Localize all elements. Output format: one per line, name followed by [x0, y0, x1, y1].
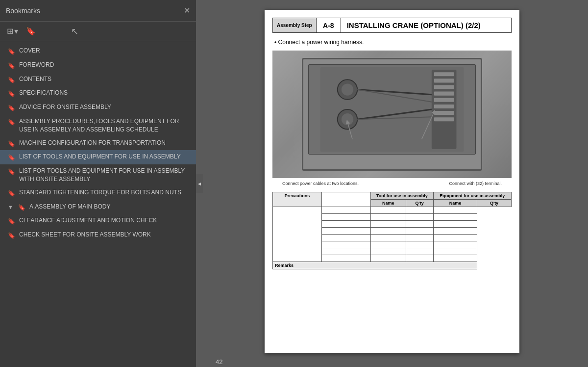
step-title: INSTALLING CRANE (OPTIONAL) (2/2) [341, 18, 487, 32]
bookmark-icon: 🔖 [8, 104, 15, 112]
bookmark-text: CONTENTS [19, 75, 51, 83]
annotation-left: Connect power cables at two locations. [282, 181, 359, 186]
expand-arrow-icon: ▼ [8, 204, 13, 211]
remarks-cell: Remarks [273, 262, 477, 269]
equip-name-col: Name [433, 200, 477, 207]
bookmarks-toolbar: ⊞ ▾ 🔖 ↖ [0, 22, 196, 41]
bookmark-icon: 🔖 [8, 62, 15, 70]
bookmark-icon: 🔖 [8, 48, 15, 56]
bookmark-text: CLEARANCE ADJUSTMENT AND MOTION CHECK [19, 216, 157, 225]
bookmark-item-foreword[interactable]: 🔖FOREWORD [0, 58, 196, 73]
bookmark-text: LIST FOR TOOLS AND EQUIPMENT FOR USE IN … [19, 167, 190, 184]
step-number: A-8 [317, 18, 341, 32]
equipment-header: Equipment for use in assembly [433, 192, 511, 200]
bookmark-text: LIST OF TOOLS AND EQUIPMENT FOR USE IN A… [19, 153, 181, 161]
svg-rect-3 [434, 79, 454, 82]
wiring-box [302, 58, 482, 171]
step-label: Assembly Step [273, 18, 317, 32]
bookmarks-title: Bookmarks [6, 7, 40, 15]
bookmark-text: ADVICE FOR ONSITE ASSEMBLY [19, 103, 111, 111]
bookmark-item-check-sheet[interactable]: 🔖CHECK SHEET FOR ONSITE ASSEMBLY WORK [0, 228, 196, 242]
bookmarks-panel: Bookmarks ✕ ⊞ ▾ 🔖 ↖ 🔖COVER🔖FOREWORD🔖CONT… [0, 0, 196, 367]
close-icon[interactable]: ✕ [184, 7, 190, 15]
annotation-right: Connect with (32) terminal. [449, 181, 502, 186]
bookmark-text: A.ASSEMBLY OF MAIN BODY [29, 203, 111, 211]
bookmark-text: MACHINE CONFIGURATION FOR TRANSPORTATION [19, 139, 166, 147]
bookmark-icon: 🔖 [8, 154, 15, 162]
wiring-detail [308, 64, 476, 155]
document-panel: Assembly Step A-8 INSTALLING CRANE (OPTI… [196, 0, 588, 367]
wiring-image [272, 51, 512, 178]
dropdown-arrow-icon: ▾ [14, 26, 18, 36]
bookmark-item-machine-config[interactable]: 🔖MACHINE CONFIGURATION FOR TRANSPORTATIO… [0, 136, 196, 151]
bookmark-item-assembly-proc[interactable]: 🔖ASSEMBLY PROCEDURES,TOOLS AND EQUIPMENT… [0, 115, 196, 136]
bookmark-item-specifications[interactable]: 🔖SPECIFICATIONS [0, 86, 196, 101]
bookmark-view-button[interactable]: 🔖 [24, 26, 38, 37]
svg-rect-2 [434, 72, 454, 76]
bookmark-text: FOREWORD [19, 61, 54, 69]
svg-point-13 [342, 113, 353, 125]
bookmark-item-clearance[interactable]: 🔖CLEARANCE ADJUSTMENT AND MOTION CHECK [0, 214, 196, 228]
svg-rect-9 [434, 117, 454, 121]
bookmark-item-standard-torque[interactable]: 🔖STANDARD TIGHTENING TORQUE FOR BOLTS AN… [0, 186, 196, 200]
expand-all-button[interactable]: ⊞ ▾ [5, 26, 20, 37]
instruction-text: Connect a power wiring harness. [272, 39, 512, 46]
page-container: Assembly Step A-8 INSTALLING CRANE (OPTI… [265, 10, 519, 353]
wiring-svg [309, 65, 475, 154]
bookmark-list: 🔖COVER🔖FOREWORD🔖CONTENTS🔖SPECIFICATIONS🔖… [0, 41, 196, 367]
bookmark-icon: 🔖 [8, 118, 15, 127]
svg-rect-8 [434, 111, 454, 115]
bookmark-item-list-tools[interactable]: 🔖LIST OF TOOLS AND EQUIPMENT FOR USE IN … [0, 150, 196, 164]
tool-header: Tool for use in assembly [371, 192, 434, 200]
svg-rect-5 [434, 92, 454, 96]
bookmark-item-list-tools-onsite[interactable]: 🔖LIST FOR TOOLS AND EQUIPMENT FOR USE IN… [0, 164, 196, 186]
expand-icon: ⊞ [7, 26, 13, 36]
bookmarks-header: Bookmarks ✕ [0, 0, 196, 22]
bookmark-view-icon: 🔖 [26, 26, 36, 36]
svg-rect-7 [434, 105, 454, 108]
collapse-panel-button[interactable]: ◄ [196, 174, 203, 193]
bookmark-item-contents[interactable]: 🔖CONTENTS [0, 73, 196, 87]
assembly-table: Precautions Tool for use in assembly Equ… [272, 192, 512, 269]
tool-qty-col: Q'ty [406, 200, 433, 207]
precautions-header: Precautions [273, 192, 322, 207]
bookmark-icon: 🔖 [8, 90, 15, 98]
cursor-indicator: ↖ [71, 26, 78, 37]
equip-qty-col: Q'ty [477, 200, 512, 207]
bookmark-item-advice[interactable]: 🔖ADVICE FOR ONSITE ASSEMBLY [0, 101, 196, 115]
bookmark-icon: 🔖 [8, 168, 15, 176]
bookmark-text: STANDARD TIGHTENING TORQUE FOR BOLTS AND… [19, 188, 181, 197]
bookmark-icon: 🔖 [8, 217, 15, 226]
bookmarks-panel-wrapper: Bookmarks ✕ ⊞ ▾ 🔖 ↖ 🔖COVER🔖FOREWORD🔖CONT… [0, 0, 196, 367]
page-number: 42 [206, 358, 222, 366]
svg-rect-4 [434, 85, 454, 89]
bookmark-text: COVER [19, 47, 40, 55]
wiring-sim-bg [272, 51, 512, 178]
bookmark-icon: 🔖 [8, 189, 15, 198]
bookmark-text: ASSEMBLY PROCEDURES,TOOLS AND EQUIPMENT … [19, 117, 190, 134]
bookmark-icon: 🔖 [8, 232, 15, 240]
image-annotations: Connect power cables at two locations. C… [272, 180, 512, 187]
tool-name-col: Name [371, 200, 406, 207]
bookmark-icon: 🔖 [8, 140, 15, 148]
bookmark-item-assembly-main[interactable]: ▼🔖A.ASSEMBLY OF MAIN BODY [0, 200, 196, 214]
svg-rect-6 [434, 98, 454, 102]
bookmark-icon: 🔖 [8, 76, 15, 84]
svg-point-11 [342, 83, 353, 95]
bookmark-text: CHECK SHEET FOR ONSITE ASSEMBLY WORK [19, 231, 151, 239]
assembly-step-header: Assembly Step A-8 INSTALLING CRANE (OPTI… [272, 18, 512, 33]
bookmark-icon: 🔖 [18, 204, 25, 212]
bookmark-text: SPECIFICATIONS [19, 89, 68, 97]
table-row [273, 207, 512, 214]
bookmark-item-cover[interactable]: 🔖COVER [0, 44, 196, 58]
